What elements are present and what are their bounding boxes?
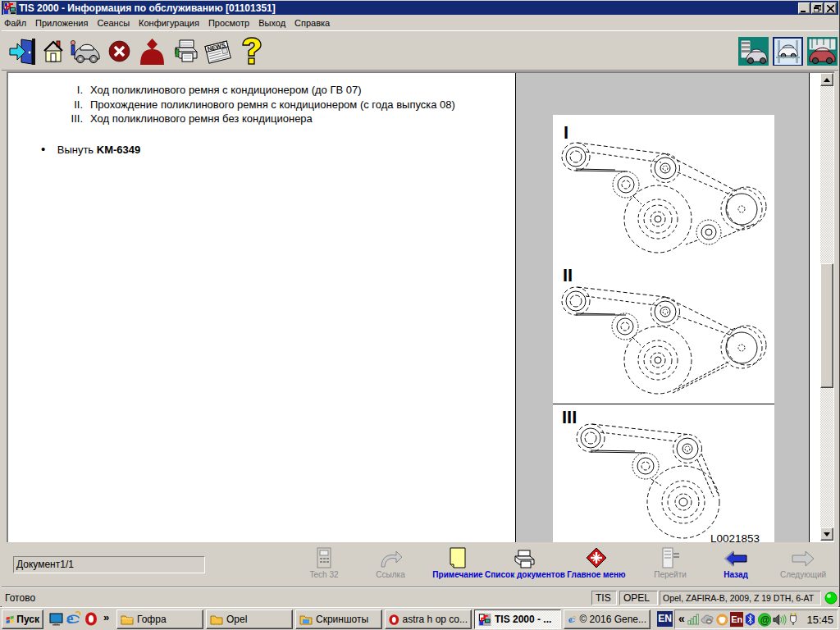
svg-text:I: I [564, 122, 568, 143]
svg-text:@: @ [760, 614, 770, 625]
svg-text:II: II [563, 265, 573, 285]
svg-text:III: III [562, 407, 577, 427]
